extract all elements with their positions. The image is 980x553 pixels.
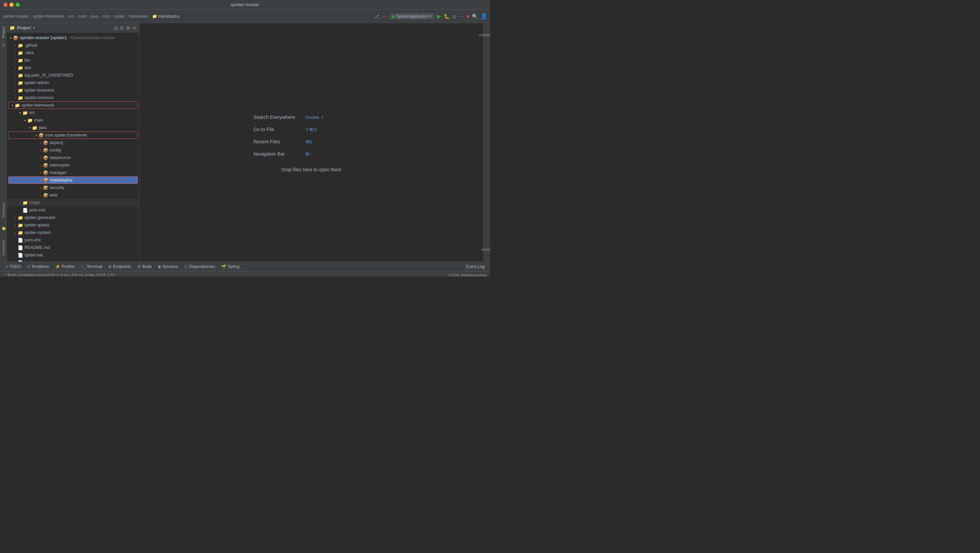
tree-arrow[interactable]: › — [13, 66, 18, 70]
tree-arrow[interactable]: › — [38, 156, 43, 160]
tree-arrow[interactable]: ▾ — [10, 104, 14, 107]
spider-framework-node[interactable]: ▾ 📁 spider-framework — [8, 102, 138, 109]
search-icon[interactable]: 🔍 — [472, 14, 478, 19]
commit-icon[interactable]: ⊘ — [2, 43, 5, 47]
tree-arrow[interactable]: › — [38, 171, 43, 175]
tab-build[interactable]: ⚒ Build — [135, 263, 154, 271]
list-item[interactable]: 📄 pom.xml — [7, 206, 139, 214]
tree-arrow[interactable]: › — [18, 201, 22, 205]
list-item[interactable]: › 📦 security — [7, 184, 139, 191]
sidebar-item-structure[interactable]: Structure — [1, 201, 6, 220]
list-item[interactable]: 📄 README.md — [7, 244, 139, 251]
coverage-icon[interactable]: ⊙ — [452, 14, 456, 19]
list-item[interactable]: › 📁 .idea — [7, 49, 139, 57]
tree-arrow[interactable]: › — [13, 231, 18, 234]
list-item[interactable]: › 📁 doc — [7, 64, 139, 72]
tree-arrow[interactable]: › — [38, 148, 43, 152]
tree-arrow[interactable]: › — [13, 81, 18, 85]
list-item[interactable]: 📄 spider.bat — [7, 251, 139, 259]
tab-todo[interactable]: ≡ TODO — [3, 263, 24, 271]
tree-arrow-root[interactable]: ▾ — [8, 36, 13, 40]
list-item[interactable]: 📄 pom.xml — [7, 236, 139, 244]
tree-arrow[interactable]: › — [38, 186, 43, 190]
list-item[interactable]: › 📁 spider-system — [7, 229, 139, 236]
tree-arrow[interactable]: › — [13, 223, 18, 227]
run-config-dropdown[interactable]: ▾ — [430, 14, 431, 18]
tab-profiler[interactable]: ⚡ Profiler — [52, 263, 77, 271]
locate-icon[interactable]: ◎ — [114, 25, 118, 31]
tab-event-log[interactable]: Event Log — [463, 263, 487, 271]
tab-dependencies[interactable]: ⬡ Dependencies — [181, 263, 218, 271]
sidebar-item-favorites[interactable]: Favorites — [1, 238, 6, 257]
list-item[interactable]: ▾ 📁 src — [7, 109, 139, 116]
tab-terminal[interactable]: >_ Terminal — [78, 263, 105, 271]
tree-arrow[interactable]: ▾ — [34, 134, 38, 137]
breadcrumb-item-5[interactable]: com — [102, 14, 110, 19]
options-icon[interactable]: ⚙ — [126, 25, 130, 31]
list-item[interactable]: › 📁 spider-generator — [7, 214, 139, 222]
sidebar-item-project[interactable]: Project — [1, 24, 6, 40]
tree-arrow[interactable]: ▾ — [22, 118, 27, 122]
tab-endpoints[interactable]: ⊕ Endpoints — [105, 263, 134, 271]
vcs-icon[interactable]: ⎇ — [374, 14, 379, 19]
collapse-icon[interactable]: ⊟ — [120, 25, 124, 31]
list-item[interactable]: › 📁 bin — [7, 57, 139, 64]
tab-services[interactable]: ◉ Services — [155, 263, 181, 271]
list-item[interactable]: › 📁 spider-quartz — [7, 222, 139, 229]
run-configuration[interactable]: ▶ SpiderApplication ▾ — [389, 13, 434, 19]
stop-icon[interactable]: ■ — [466, 14, 469, 19]
list-item[interactable]: ▾ 📁 main — [7, 116, 139, 124]
breadcrumb-item-0[interactable]: sprider-master — [3, 14, 29, 19]
breadcrumb-item-8[interactable]: 📁mybatisplus — [152, 14, 180, 19]
breadcrumb-item-4[interactable]: java — [91, 14, 98, 19]
maximize-button[interactable] — [16, 3, 20, 7]
tab-problems[interactable]: ⊙ Problems — [24, 263, 52, 271]
tree-arrow[interactable]: › — [38, 141, 43, 145]
back-icon[interactable]: ← — [382, 14, 387, 19]
tree-arrow[interactable]: ▾ — [18, 111, 22, 115]
breadcrumb-item-6[interactable]: spider — [114, 14, 125, 19]
breadcrumb-item-2[interactable]: src — [68, 14, 74, 19]
com-spider-framework-node[interactable]: ▾ 📦 com.spider.framework — [8, 131, 138, 139]
list-item[interactable]: › 📦 aspectj — [7, 139, 139, 147]
tree-arrow[interactable]: › — [13, 51, 18, 55]
tree-root[interactable]: ▾ 📦 sprider-master [spider] ~/Desktop/sp… — [7, 34, 139, 41]
list-item[interactable]: › 📁 log.path_IS_UNDEFINED — [7, 72, 139, 79]
tab-spring[interactable]: 🌱 Spring — [218, 263, 242, 271]
tree-arrow[interactable]: › — [13, 216, 18, 220]
list-item[interactable]: ▾ 📁 java — [7, 124, 139, 131]
list-item[interactable]: › 📦 datasource — [7, 154, 139, 161]
tree-arrow[interactable]: › — [13, 73, 18, 77]
tree-arrow[interactable]: › — [38, 163, 43, 167]
breadcrumb-item-1[interactable]: spider-framework — [33, 14, 65, 19]
breadcrumb-item-3[interactable]: main — [78, 14, 87, 19]
tree-arrow[interactable]: › — [13, 44, 18, 47]
tree-arrow[interactable]: › — [38, 193, 43, 197]
list-item[interactable]: › 📁 spider-admin — [7, 79, 139, 86]
tree-arrow[interactable]: › — [13, 96, 18, 100]
list-item[interactable]: › 📁 .github — [7, 41, 139, 49]
tree-arrow[interactable]: › — [13, 59, 18, 62]
maven-panel-tab[interactable]: Maven — [479, 247, 490, 252]
close-button[interactable] — [3, 3, 8, 7]
dropdown-arrow[interactable]: ▾ — [33, 25, 35, 30]
run-button[interactable]: ▶ — [437, 13, 441, 19]
minimize-button[interactable] — [10, 3, 14, 7]
list-item[interactable]: › 📦 manager — [7, 169, 139, 176]
tree-arrow[interactable]: › — [38, 178, 43, 182]
close-panel-icon[interactable]: ✕ — [132, 25, 137, 31]
list-item[interactable]: › 📁 target — [7, 199, 139, 206]
user-icon[interactable]: 👤 — [480, 13, 487, 19]
breadcrumb-item-7[interactable]: framework — [129, 14, 148, 19]
database-panel-tab[interactable]: Database — [476, 33, 490, 38]
tree-arrow[interactable]: ▾ — [27, 126, 32, 130]
sidebar-item-bookmarks[interactable]: ⭐ — [0, 225, 6, 233]
list-item[interactable]: › 📦 web — [7, 191, 139, 199]
list-item[interactable]: 📄 spider.sh — [7, 259, 139, 261]
list-item[interactable]: › 📦 config — [7, 147, 139, 154]
more-run-icon[interactable]: ⋯ — [459, 14, 464, 19]
window-controls[interactable] — [3, 3, 20, 7]
list-item[interactable]: › 📦 interceptor — [7, 161, 139, 169]
list-item[interactable]: › 📁 spider-common — [7, 94, 139, 102]
list-item[interactable]: › 📁 spider-business — [7, 86, 139, 94]
